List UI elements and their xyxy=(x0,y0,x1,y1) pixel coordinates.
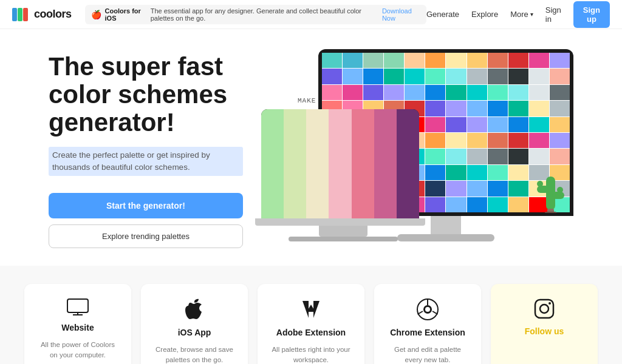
card-website: Website All the power of Coolors on your… xyxy=(24,284,131,364)
hero-title: The super fast color schemes generator! xyxy=(49,53,243,137)
laptop-foot xyxy=(289,237,398,241)
svg-rect-1 xyxy=(18,8,22,21)
svg-rect-6 xyxy=(537,186,549,193)
hero-text: The super fast color schemes generator! … xyxy=(49,53,243,248)
laptop-stand xyxy=(319,226,367,237)
monitor-neck xyxy=(431,216,461,234)
nav-more[interactable]: More ▾ xyxy=(510,10,533,19)
logo[interactable]: coolors xyxy=(12,8,72,21)
svg-rect-0 xyxy=(12,8,17,21)
chevron-down-icon: ▾ xyxy=(530,11,533,18)
nav-generate[interactable]: Generate xyxy=(426,10,459,19)
ios-app-name: Coolors for iOS xyxy=(105,7,147,22)
svg-rect-9 xyxy=(557,187,563,193)
card-follow-title: Follow us xyxy=(525,326,564,336)
card-ios: iOS App Create, browse and save palettes… xyxy=(141,284,248,364)
chrome-icon xyxy=(417,298,439,320)
start-generator-button[interactable]: Start the generator! xyxy=(49,193,243,218)
ios-icon: 🍎 xyxy=(91,10,101,19)
hero-subtitle: Create the perfect palette or get inspir… xyxy=(49,147,243,177)
laptop-base xyxy=(255,218,425,226)
card-follow[interactable]: Follow us xyxy=(491,284,598,364)
ios-desc: The essential app for any designer. Gene… xyxy=(151,7,378,22)
card-adobe: Adobe Extension All palettes right into … xyxy=(258,284,364,364)
adobe-icon xyxy=(300,298,322,320)
logo-area: coolors 🍎 Coolors for iOS The essential … xyxy=(12,5,426,24)
nav-signup-button[interactable]: Sign up xyxy=(573,1,610,28)
svg-rect-7 xyxy=(537,181,543,187)
svg-rect-21 xyxy=(535,300,553,318)
nav-explore[interactable]: Explore xyxy=(471,10,498,19)
card-adobe-desc: All palettes right into your workspace. xyxy=(270,345,352,364)
ios-badge[interactable]: 🍎 Coolors for iOS The essential app for … xyxy=(85,5,426,24)
cards-section: Website All the power of Coolors on your… xyxy=(0,266,622,364)
card-website-desc: All the power of Coolors on your compute… xyxy=(36,340,119,361)
nav-signin[interactable]: Sign in xyxy=(545,5,561,24)
logo-text: coolors xyxy=(34,8,72,21)
color-stripes xyxy=(261,109,419,218)
explore-trending-button[interactable]: Explore trending palettes xyxy=(49,224,243,248)
hero-illustration: EXPLORE MAKE A PALETTE xyxy=(243,47,573,254)
cactus-icon xyxy=(534,167,567,220)
navbar: coolors 🍎 Coolors for iOS The essential … xyxy=(0,0,622,29)
card-adobe-title: Adobe Extension xyxy=(276,328,346,337)
apple-icon xyxy=(185,298,203,320)
monitor-icon xyxy=(67,298,89,315)
card-website-title: Website xyxy=(61,323,94,332)
card-chrome-title: Chrome Extension xyxy=(390,328,465,337)
svg-point-17 xyxy=(425,307,430,312)
card-chrome: Chrome Extension Get and edit a palette … xyxy=(374,284,481,364)
svg-rect-2 xyxy=(23,8,28,21)
svg-point-22 xyxy=(540,305,549,313)
navbar-right: Generate Explore More ▾ Sign in Sign up xyxy=(426,1,610,28)
svg-point-23 xyxy=(549,302,551,305)
hero-section: The super fast color schemes generator! … xyxy=(0,29,622,266)
card-chrome-desc: Get and edit a palette every new tab. xyxy=(386,345,469,364)
card-ios-title: iOS App xyxy=(178,328,211,337)
nav-more-label: More xyxy=(510,10,528,19)
svg-rect-8 xyxy=(552,192,564,199)
instagram-icon xyxy=(534,298,555,319)
svg-rect-12 xyxy=(67,299,88,312)
laptop xyxy=(261,109,425,241)
laptop-screen xyxy=(261,109,419,218)
svg-rect-11 xyxy=(545,212,556,213)
card-ios-desc: Create, browse and save palettes on the … xyxy=(153,345,236,364)
ios-download-link[interactable]: Download Now xyxy=(382,7,420,22)
